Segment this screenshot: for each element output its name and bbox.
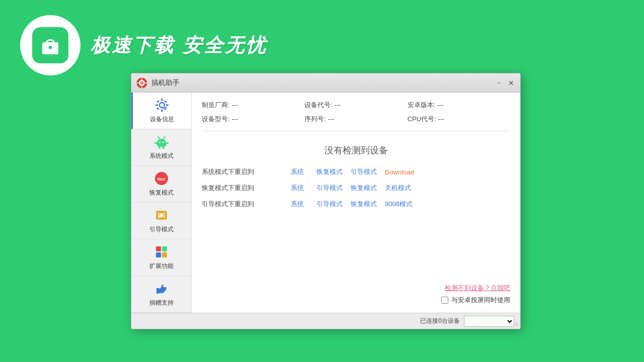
svg-rect-17	[156, 107, 159, 110]
sidebar-item-label-recovery: 恢复模式	[149, 189, 174, 197]
brand-logo-circle	[20, 15, 80, 75]
sidebar-item-device-info[interactable]: 设备信息	[131, 93, 191, 129]
svg-rect-40	[156, 246, 161, 251]
device-select[interactable]	[464, 316, 514, 327]
title-controls: － ✕	[494, 78, 516, 88]
android-screen-label: 与安卓投屏同时使用	[451, 296, 510, 305]
device-info-row-1: 制造厂商: --- 设备代号: --- 安卓版本: ---	[202, 101, 510, 110]
connected-status: 已连接0台设备	[420, 317, 460, 325]
sidebar-item-label-device: 设备信息	[150, 115, 174, 124]
svg-rect-42	[156, 252, 161, 257]
svg-point-28	[163, 141, 164, 143]
sidebar-item-label-system: 系统模式	[149, 152, 174, 160]
brand-icon	[39, 34, 61, 56]
reboot-system-to-system[interactable]: 系统	[282, 166, 312, 177]
device-dropdown	[464, 316, 514, 327]
no-device-message: 没有检测到设备	[202, 136, 510, 166]
reboot-label-boot: 引导模式下重启到	[202, 200, 282, 209]
reboot-recovery-to-recovery[interactable]: 恢复模式	[347, 183, 381, 194]
cpu-field: CPU代号: ---	[408, 115, 510, 124]
svg-point-27	[159, 141, 160, 143]
reboot-recovery-to-boot[interactable]: 引导模式	[312, 183, 347, 194]
rec-icon: REC	[154, 171, 169, 186]
svg-line-30	[164, 137, 165, 139]
divider	[202, 131, 510, 131]
reboot-system-to-boot[interactable]: 引导模式	[347, 166, 381, 177]
svg-rect-11	[162, 99, 163, 101]
close-button[interactable]: ✕	[506, 78, 516, 88]
svg-rect-33	[158, 146, 160, 149]
svg-rect-12	[162, 109, 163, 112]
no-device-help-link[interactable]: 检测不到设备？点我吧	[445, 284, 510, 293]
svg-rect-21	[165, 106, 166, 107]
branding: 极速下载 安全无忧	[20, 15, 267, 75]
android-version-field: 安卓版本: ---	[408, 101, 510, 110]
reboot-boot-to-9008[interactable]: 9008模式	[381, 199, 417, 210]
title-bar: 搞机助手 － ✕	[131, 73, 520, 93]
reboot-boot-to-boot[interactable]: 引导模式	[312, 199, 347, 210]
reboot-label-recovery: 恢复模式下重启到	[202, 184, 282, 193]
svg-text:REC: REC	[157, 177, 166, 182]
sidebar: 设备信息	[131, 93, 192, 313]
model-field: 设备型号: ---	[202, 115, 304, 124]
device-info-section: 制造厂商: --- 设备代号: --- 安卓版本: --- 设备型号:	[202, 101, 510, 124]
svg-line-29	[158, 137, 159, 139]
reboot-label-system: 系统模式下重启到	[202, 167, 282, 176]
sidebar-item-boot[interactable]: 引导模式	[131, 203, 191, 239]
donate-icon	[154, 282, 169, 296]
title-bar-icon	[136, 77, 147, 88]
reboot-boot-to-recovery[interactable]: 恢复模式	[347, 199, 381, 210]
resize-handle[interactable]: ⊹	[514, 321, 519, 328]
extend-icon	[154, 245, 169, 259]
window-body: 设备信息	[131, 93, 520, 313]
reboot-system-to-recovery[interactable]: 恢复模式	[312, 166, 347, 177]
sidebar-item-extend[interactable]: 扩展功能	[131, 239, 191, 276]
brand-logo-inner	[32, 27, 68, 63]
svg-point-5	[141, 82, 143, 83]
reboot-row-boot: 引导模式下重启到 系统 引导模式 恢复模式 9008模式	[202, 199, 510, 210]
svg-rect-41	[162, 246, 167, 251]
android-screen-checkbox[interactable]	[441, 297, 448, 304]
serial-field: 序列号: ---	[304, 115, 407, 124]
reboot-recovery-to-system[interactable]: 系统	[282, 183, 312, 194]
reboot-section: 系统模式下重启到 系统 恢复模式 引导模式 Download 恢复模式下重启到 …	[202, 166, 510, 210]
reboot-row-system: 系统模式下重启到 系统 恢复模式 引导模式 Download	[202, 166, 510, 177]
svg-rect-23	[164, 108, 165, 109]
bottom-hints: 检测不到设备？点我吧 与安卓投屏同时使用	[202, 284, 510, 305]
sidebar-item-label-donate: 捐赠支持	[149, 299, 174, 307]
sidebar-item-recovery[interactable]: REC 恢复模式	[131, 166, 191, 203]
reboot-row-recovery: 恢复模式下重启到 系统 引导模式 恢复模式 关机模式	[202, 183, 510, 194]
window-title: 搞机助手	[151, 78, 180, 87]
reboot-boot-to-system[interactable]: 系统	[282, 199, 312, 210]
svg-rect-13	[155, 104, 158, 106]
svg-rect-14	[166, 104, 169, 106]
svg-rect-16	[164, 100, 167, 103]
status-bar: 已连接0台设备	[131, 313, 520, 329]
manufacturer-field: 制造厂商: ---	[202, 101, 304, 110]
boot-icon	[154, 208, 169, 222]
svg-rect-34	[163, 146, 165, 149]
device-info-row-2: 设备型号: --- 序列号: --- CPU代号: ---	[202, 115, 510, 124]
android-screen-checkbox-row: 与安卓投屏同时使用	[441, 296, 510, 305]
gear-icon	[155, 98, 169, 112]
reboot-recovery-to-shutdown[interactable]: 关机模式	[381, 183, 415, 194]
main-content: 制造厂商: --- 设备代号: --- 安卓版本: --- 设备型号:	[192, 93, 520, 313]
svg-rect-31	[154, 142, 157, 144]
android-icon	[154, 135, 169, 149]
sidebar-item-donate[interactable]: 捐赠支持	[131, 276, 191, 313]
sidebar-item-label-extend: 扩展功能	[149, 262, 174, 270]
brand-title: 极速下载 安全无忧	[91, 33, 267, 58]
svg-rect-26	[157, 142, 166, 146]
minimize-button[interactable]: －	[494, 78, 504, 88]
device-code-field: 设备代号: ---	[304, 101, 407, 110]
svg-rect-43	[162, 252, 167, 257]
svg-rect-32	[166, 142, 169, 144]
sidebar-item-system-mode[interactable]: 系统模式	[131, 129, 191, 166]
svg-rect-22	[165, 109, 166, 110]
reboot-system-to-download[interactable]: Download	[381, 167, 418, 177]
svg-rect-24	[166, 108, 167, 109]
sidebar-item-label-boot: 引导模式	[149, 225, 174, 234]
svg-rect-15	[156, 100, 159, 103]
main-window: 搞机助手 － ✕	[131, 73, 521, 329]
